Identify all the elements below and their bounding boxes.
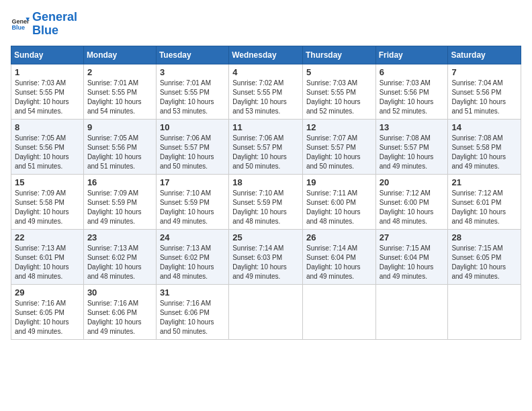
day-info: Sunrise: 7:13 AMSunset: 6:01 PMDaylight:… (15, 244, 80, 281)
day-info: Sunrise: 7:02 AMSunset: 5:55 PMDaylight:… (232, 79, 299, 116)
day-number: 20 (380, 177, 445, 187)
day-number: 17 (160, 177, 225, 187)
calendar-cell: 16 Sunrise: 7:09 AMSunset: 5:59 PMDaylig… (83, 174, 156, 229)
day-info: Sunrise: 7:09 AMSunset: 5:58 PMDaylight:… (15, 189, 80, 226)
calendar-cell (448, 284, 521, 339)
day-number: 27 (380, 232, 445, 242)
calendar-cell: 6 Sunrise: 7:03 AMSunset: 5:56 PMDayligh… (375, 64, 448, 119)
day-number: 18 (232, 177, 299, 187)
logo-text: General Blue (32, 11, 77, 38)
day-number: 16 (87, 177, 152, 187)
calendar-cell: 2 Sunrise: 7:01 AMSunset: 5:55 PMDayligh… (83, 64, 156, 119)
calendar-cell: 21 Sunrise: 7:12 AMSunset: 6:01 PMDaylig… (448, 174, 521, 229)
calendar-cell: 22 Sunrise: 7:13 AMSunset: 6:01 PMDaylig… (11, 229, 84, 284)
logo: General Blue General Blue (11, 11, 77, 38)
day-number: 22 (15, 232, 80, 242)
day-number: 19 (306, 177, 372, 187)
day-info: Sunrise: 7:13 AMSunset: 6:02 PMDaylight:… (160, 244, 225, 281)
day-number: 31 (160, 287, 225, 298)
day-number: 15 (15, 177, 80, 187)
calendar-cell: 15 Sunrise: 7:09 AMSunset: 5:58 PMDaylig… (11, 174, 84, 229)
day-info: Sunrise: 7:05 AMSunset: 5:56 PMDaylight:… (87, 134, 152, 171)
calendar-cell: 18 Sunrise: 7:10 AMSunset: 5:59 PMDaylig… (229, 174, 303, 229)
logo-icon: General Blue (11, 15, 30, 34)
day-number: 25 (232, 232, 299, 242)
calendar-header-thursday: Thursday (302, 46, 375, 64)
calendar-cell: 12 Sunrise: 7:07 AMSunset: 5:57 PMDaylig… (302, 119, 375, 174)
day-number: 10 (160, 122, 225, 132)
calendar-week-5: 29 Sunrise: 7:16 AMSunset: 6:05 PMDaylig… (11, 284, 521, 339)
day-number: 23 (87, 232, 152, 242)
calendar-cell: 24 Sunrise: 7:13 AMSunset: 6:02 PMDaylig… (156, 229, 228, 284)
calendar-cell: 23 Sunrise: 7:13 AMSunset: 6:02 PMDaylig… (83, 229, 156, 284)
day-info: Sunrise: 7:15 AMSunset: 6:04 PMDaylight:… (380, 244, 445, 281)
day-number: 21 (451, 177, 517, 187)
calendar-header-row: SundayMondayTuesdayWednesdayThursdayFrid… (11, 46, 521, 64)
day-info: Sunrise: 7:08 AMSunset: 5:57 PMDaylight:… (380, 134, 445, 171)
calendar: SundayMondayTuesdayWednesdayThursdayFrid… (11, 46, 521, 340)
calendar-header-saturday: Saturday (448, 46, 521, 64)
calendar-cell: 7 Sunrise: 7:04 AMSunset: 5:56 PMDayligh… (448, 64, 521, 119)
calendar-header-monday: Monday (83, 46, 156, 64)
calendar-cell: 10 Sunrise: 7:06 AMSunset: 5:57 PMDaylig… (156, 119, 228, 174)
day-info: Sunrise: 7:15 AMSunset: 6:05 PMDaylight:… (451, 244, 517, 281)
calendar-cell: 28 Sunrise: 7:15 AMSunset: 6:05 PMDaylig… (448, 229, 521, 284)
day-number: 5 (306, 67, 372, 77)
day-number: 6 (380, 67, 445, 77)
calendar-cell: 1 Sunrise: 7:03 AMSunset: 5:55 PMDayligh… (11, 64, 84, 119)
day-number: 13 (380, 122, 445, 132)
calendar-header-sunday: Sunday (11, 46, 84, 64)
day-info: Sunrise: 7:12 AMSunset: 6:01 PMDaylight:… (451, 189, 517, 226)
calendar-cell: 25 Sunrise: 7:14 AMSunset: 6:03 PMDaylig… (229, 229, 303, 284)
day-info: Sunrise: 7:13 AMSunset: 6:02 PMDaylight:… (87, 244, 152, 281)
day-info: Sunrise: 7:04 AMSunset: 5:56 PMDaylight:… (451, 79, 517, 116)
day-info: Sunrise: 7:01 AMSunset: 5:55 PMDaylight:… (160, 79, 225, 116)
calendar-week-4: 22 Sunrise: 7:13 AMSunset: 6:01 PMDaylig… (11, 229, 521, 284)
day-number: 9 (87, 122, 152, 132)
day-number: 24 (160, 232, 225, 242)
day-number: 12 (306, 122, 372, 132)
day-info: Sunrise: 7:14 AMSunset: 6:04 PMDaylight:… (306, 244, 372, 281)
calendar-cell: 29 Sunrise: 7:16 AMSunset: 6:05 PMDaylig… (11, 284, 84, 339)
calendar-week-2: 8 Sunrise: 7:05 AMSunset: 5:56 PMDayligh… (11, 119, 521, 174)
day-number: 1 (15, 67, 80, 77)
calendar-cell: 26 Sunrise: 7:14 AMSunset: 6:04 PMDaylig… (302, 229, 375, 284)
day-number: 30 (87, 287, 152, 298)
day-info: Sunrise: 7:09 AMSunset: 5:59 PMDaylight:… (87, 189, 152, 226)
day-number: 11 (232, 122, 299, 132)
calendar-cell: 3 Sunrise: 7:01 AMSunset: 5:55 PMDayligh… (156, 64, 228, 119)
day-info: Sunrise: 7:16 AMSunset: 6:06 PMDaylight:… (160, 299, 225, 336)
calendar-cell: 17 Sunrise: 7:10 AMSunset: 5:59 PMDaylig… (156, 174, 228, 229)
day-info: Sunrise: 7:03 AMSunset: 5:55 PMDaylight:… (306, 79, 372, 116)
calendar-week-3: 15 Sunrise: 7:09 AMSunset: 5:58 PMDaylig… (11, 174, 521, 229)
day-number: 4 (232, 67, 299, 77)
calendar-header-tuesday: Tuesday (156, 46, 228, 64)
calendar-cell (375, 284, 448, 339)
calendar-cell: 20 Sunrise: 7:12 AMSunset: 6:00 PMDaylig… (375, 174, 448, 229)
calendar-cell (229, 284, 303, 339)
calendar-cell: 30 Sunrise: 7:16 AMSunset: 6:06 PMDaylig… (83, 284, 156, 339)
day-info: Sunrise: 7:14 AMSunset: 6:03 PMDaylight:… (232, 244, 299, 281)
calendar-cell: 19 Sunrise: 7:11 AMSunset: 6:00 PMDaylig… (302, 174, 375, 229)
calendar-cell: 31 Sunrise: 7:16 AMSunset: 6:06 PMDaylig… (156, 284, 228, 339)
calendar-header-wednesday: Wednesday (229, 46, 303, 64)
day-number: 26 (306, 232, 372, 242)
day-info: Sunrise: 7:11 AMSunset: 6:00 PMDaylight:… (306, 189, 372, 226)
day-info: Sunrise: 7:16 AMSunset: 6:05 PMDaylight:… (15, 299, 80, 336)
day-info: Sunrise: 7:05 AMSunset: 5:56 PMDaylight:… (15, 134, 80, 171)
day-info: Sunrise: 7:08 AMSunset: 5:58 PMDaylight:… (451, 134, 517, 171)
calendar-header-friday: Friday (375, 46, 448, 64)
day-number: 7 (451, 67, 517, 77)
day-info: Sunrise: 7:16 AMSunset: 6:06 PMDaylight:… (87, 299, 152, 336)
day-info: Sunrise: 7:10 AMSunset: 5:59 PMDaylight:… (232, 189, 299, 226)
calendar-week-1: 1 Sunrise: 7:03 AMSunset: 5:55 PMDayligh… (11, 64, 521, 119)
calendar-cell: 27 Sunrise: 7:15 AMSunset: 6:04 PMDaylig… (375, 229, 448, 284)
calendar-cell: 11 Sunrise: 7:06 AMSunset: 5:57 PMDaylig… (229, 119, 303, 174)
svg-text:Blue: Blue (11, 24, 25, 31)
day-info: Sunrise: 7:06 AMSunset: 5:57 PMDaylight:… (232, 134, 299, 171)
calendar-cell: 13 Sunrise: 7:08 AMSunset: 5:57 PMDaylig… (375, 119, 448, 174)
day-info: Sunrise: 7:03 AMSunset: 5:55 PMDaylight:… (15, 79, 80, 116)
day-info: Sunrise: 7:10 AMSunset: 5:59 PMDaylight:… (160, 189, 225, 226)
page-header: General Blue General Blue (11, 11, 521, 38)
day-number: 3 (160, 67, 225, 77)
